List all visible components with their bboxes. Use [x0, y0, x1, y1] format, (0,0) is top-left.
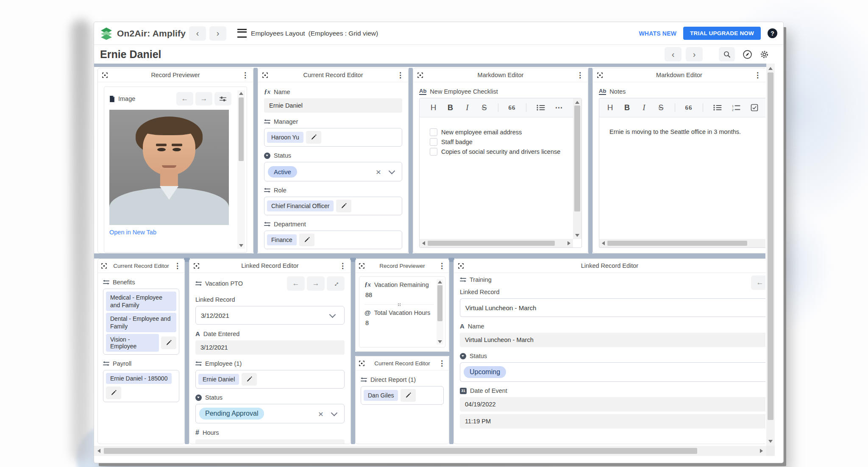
scrollbar-thumb[interactable]: [428, 241, 555, 246]
status-pill[interactable]: Pending Approval: [199, 408, 264, 420]
row-resize-bar[interactable]: [94, 253, 765, 259]
checkbox[interactable]: [430, 148, 437, 156]
clear-status-icon[interactable]: ×: [376, 167, 381, 176]
payroll-field[interactable]: Ernie Daniel - 185000: [103, 370, 179, 402]
quote-button[interactable]: 66: [685, 104, 693, 111]
scrollbar-thumb[interactable]: [607, 241, 747, 246]
edit-payroll-button[interactable]: [106, 386, 121, 399]
next-linked-record-button[interactable]: →: [307, 276, 325, 291]
role-field[interactable]: Chief Financial Officer: [264, 197, 402, 215]
checkbox[interactable]: [430, 128, 437, 136]
chevron-down-icon[interactable]: [389, 168, 395, 175]
column-resize-bar[interactable]: [409, 68, 413, 253]
scroll-down-icon[interactable]: [438, 340, 442, 343]
clear-status-icon[interactable]: ×: [318, 409, 323, 418]
previewer-scrollbar[interactable]: [237, 90, 245, 249]
kebab-menu-icon[interactable]: ⋮: [438, 262, 445, 270]
editor-horizontal-scrollbar[interactable]: [599, 239, 765, 247]
expand-panel-icon[interactable]: [417, 72, 423, 78]
settings-button[interactable]: [758, 48, 771, 61]
column-resize-bar[interactable]: [351, 259, 355, 444]
benefit-chip[interactable]: Dental - Employee and Family: [106, 313, 176, 332]
help-icon[interactable]: ?: [768, 28, 777, 38]
status-field[interactable]: Active ×: [264, 162, 402, 181]
employee-photo[interactable]: [109, 110, 229, 225]
edit-role-button[interactable]: [336, 200, 351, 212]
strikethrough-button[interactable]: S: [481, 103, 488, 112]
bullet-list-button[interactable]: [537, 104, 545, 111]
checkbox[interactable]: [430, 138, 437, 146]
bold-button[interactable]: B: [624, 103, 631, 112]
row-resize-bar[interactable]: [94, 64, 766, 67]
department-chip[interactable]: Finance: [267, 234, 297, 245]
italic-button[interactable]: I: [464, 103, 471, 112]
edit-employee-button[interactable]: [242, 373, 257, 386]
column-resize-bar[interactable]: [449, 259, 453, 444]
employee-field[interactable]: Ernie Daniel: [195, 370, 345, 389]
manager-chip[interactable]: Haroon Yu: [267, 132, 303, 143]
strikethrough-button[interactable]: S: [658, 103, 665, 112]
previous-record-button[interactable]: ‹: [665, 47, 682, 61]
kebab-menu-icon[interactable]: ⋮: [174, 262, 181, 270]
role-chip[interactable]: Chief Financial Officer: [267, 200, 334, 211]
benefits-field[interactable]: Medical - Employee and Family Dental - E…: [103, 289, 179, 355]
more-options-button[interactable]: ⋯: [555, 103, 563, 112]
whats-new-link[interactable]: WHATS NEW: [639, 30, 676, 37]
department-field[interactable]: Finance: [264, 231, 402, 249]
previous-attachment-button[interactable]: ←: [176, 92, 193, 106]
scroll-up-icon[interactable]: [438, 281, 442, 284]
expand-panel-icon[interactable]: [597, 72, 603, 78]
next-attachment-button[interactable]: →: [195, 92, 212, 106]
employee-chip[interactable]: Ernie Daniel: [198, 374, 239, 385]
column-resize-bar[interactable]: [253, 68, 258, 253]
column-resize-bar[interactable]: [185, 259, 189, 444]
expand-panel-icon[interactable]: [458, 263, 464, 269]
numbered-list-button[interactable]: 12: [732, 104, 740, 111]
trial-upgrade-button[interactable]: TRIAL UPGRADE NOW: [683, 27, 761, 40]
kebab-menu-icon[interactable]: ⋮: [242, 72, 249, 79]
row-resize-bar[interactable]: [355, 352, 449, 356]
drag-handle[interactable]: [398, 303, 401, 306]
heading-button[interactable]: H: [430, 103, 437, 112]
scroll-down-icon[interactable]: [768, 440, 773, 443]
manager-field[interactable]: Haroon Yu: [264, 128, 402, 147]
italic-button[interactable]: I: [641, 103, 648, 112]
scrollbar-thumb[interactable]: [437, 285, 442, 321]
scrollbar-thumb[interactable]: [239, 97, 244, 161]
edit-benefits-button[interactable]: [161, 336, 176, 349]
benefit-chip[interactable]: Medical - Employee and Family: [106, 292, 176, 311]
scroll-down-icon[interactable]: [575, 234, 579, 237]
linked-record-select[interactable]: 3/12/2021: [195, 306, 345, 325]
chevron-down-icon[interactable]: [329, 311, 336, 318]
previous-linked-record-button[interactable]: ←: [751, 275, 765, 290]
attachment-options-button[interactable]: [214, 92, 231, 106]
scroll-left-icon[interactable]: [97, 449, 100, 453]
chevron-down-icon[interactable]: [331, 410, 338, 417]
kebab-menu-icon[interactable]: ⋮: [397, 72, 404, 79]
bold-button[interactable]: B: [447, 103, 454, 112]
search-button[interactable]: [719, 47, 735, 61]
scrollbar-thumb[interactable]: [104, 448, 697, 454]
scroll-right-icon[interactable]: [568, 241, 570, 245]
scroll-up-icon[interactable]: [239, 92, 243, 95]
heading-button[interactable]: H: [607, 103, 614, 112]
status-pill[interactable]: Upcoming: [464, 366, 506, 378]
edit-manager-button[interactable]: [306, 131, 321, 144]
kebab-menu-icon[interactable]: ⋮: [438, 360, 445, 367]
expand-panel-icon[interactable]: [262, 72, 268, 78]
previous-linked-record-button[interactable]: ←: [287, 276, 305, 291]
main-vertical-scrollbar[interactable]: [766, 64, 775, 446]
expand-panel-icon[interactable]: [102, 72, 108, 78]
linked-record-select[interactable]: Virtual Luncheon - March: [460, 298, 765, 317]
checklist-button[interactable]: [751, 104, 758, 111]
kebab-menu-icon[interactable]: ⋮: [576, 72, 584, 79]
expand-panel-icon[interactable]: [359, 361, 364, 366]
edit-department-button[interactable]: [299, 234, 314, 246]
bullet-list-button[interactable]: [713, 104, 722, 111]
payroll-chip[interactable]: Ernie Daniel - 185000: [106, 373, 172, 384]
explore-button[interactable]: [741, 48, 754, 61]
status-pill[interactable]: Active: [268, 166, 297, 178]
markdown-content[interactable]: New employee email address Staff badge C…: [420, 117, 581, 242]
scroll-right-icon[interactable]: [760, 449, 763, 453]
status-field[interactable]: Pending Approval ×: [195, 404, 345, 423]
